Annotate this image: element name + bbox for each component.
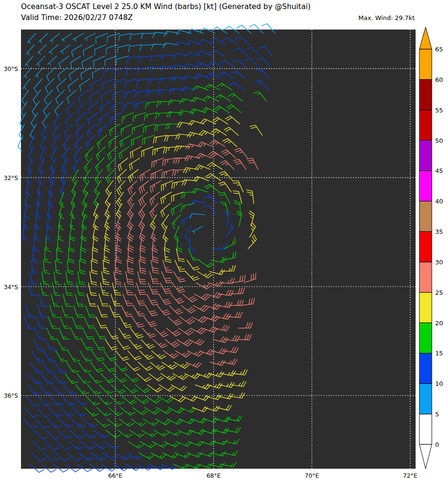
colorbar-segment: [419, 231, 432, 262]
y-tick-label: 30°S: [0, 65, 18, 72]
colorbar-tick-label: 45: [435, 167, 443, 174]
colorbar-segment: [419, 110, 432, 141]
colorbar-segment: [419, 80, 432, 110]
y-tick-label: 34°S: [0, 283, 18, 290]
wind-barb-plot: [0, 0, 448, 483]
colorbar-segment: [419, 171, 432, 201]
colorbar-segment: [419, 353, 432, 383]
x-tick-label: 66°E: [108, 472, 122, 479]
colorbar-tick-label: 25: [435, 289, 443, 296]
colorbar-tick-label: 60: [435, 76, 443, 83]
x-tick-label: 68°E: [206, 472, 221, 479]
colorbar-segment: [419, 383, 432, 414]
colorbar-segment: [419, 292, 432, 323]
colorbar-tick-label: 35: [435, 228, 443, 235]
colorbar-tick-label: 55: [435, 106, 443, 113]
colorbar-tick-label: 0: [435, 441, 439, 448]
colorbar-tick-label: 30: [435, 258, 443, 265]
x-tick-label: 70°E: [305, 472, 319, 479]
colorbar-tick-label: 40: [435, 198, 443, 205]
figure-canvas: Oceansat-3 OSCAT Level 2 25.0 KM Wind (b…: [0, 0, 448, 483]
x-tick-label: 72°E: [403, 472, 417, 479]
colorbar-tick-label: 50: [435, 137, 443, 144]
colorbar-tick-label: 10: [435, 380, 443, 387]
colorbar-tick-label: 20: [435, 319, 443, 326]
colorbar-under-arrow: [419, 444, 432, 469]
colorbar-segment: [419, 141, 432, 171]
colorbar-segment: [419, 323, 432, 353]
colorbar-segment: [419, 201, 432, 231]
colorbar-tick-label: 65: [435, 46, 443, 53]
y-tick-label: 36°S: [0, 392, 18, 399]
colorbar-segment: [419, 414, 432, 444]
colorbar-over-arrow: [419, 27, 432, 49]
y-tick-label: 32°S: [0, 174, 18, 181]
colorbar-tick-label: 5: [435, 411, 439, 418]
colorbar-segment: [419, 262, 432, 292]
colorbar-segment: [419, 49, 432, 80]
colorbar-tick-label: 15: [435, 350, 443, 357]
